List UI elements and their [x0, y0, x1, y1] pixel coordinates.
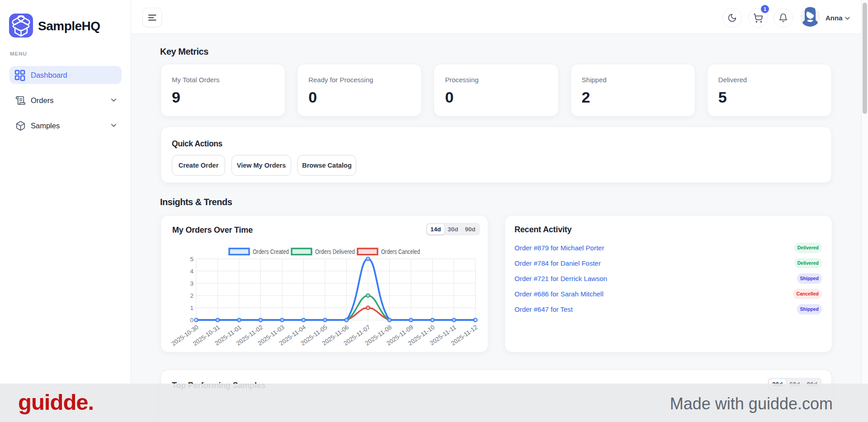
- svg-text:1: 1: [190, 305, 193, 311]
- svg-text:Orders Delivered: Orders Delivered: [315, 248, 355, 255]
- svg-text:0: 0: [190, 317, 193, 324]
- svg-text:3: 3: [190, 280, 193, 287]
- svg-text:5: 5: [190, 256, 193, 263]
- svg-text:Orders Created: Orders Created: [253, 248, 289, 255]
- svg-text:Orders Canceled: Orders Canceled: [381, 248, 420, 255]
- svg-text:4: 4: [190, 268, 193, 275]
- svg-text:2: 2: [190, 292, 193, 299]
